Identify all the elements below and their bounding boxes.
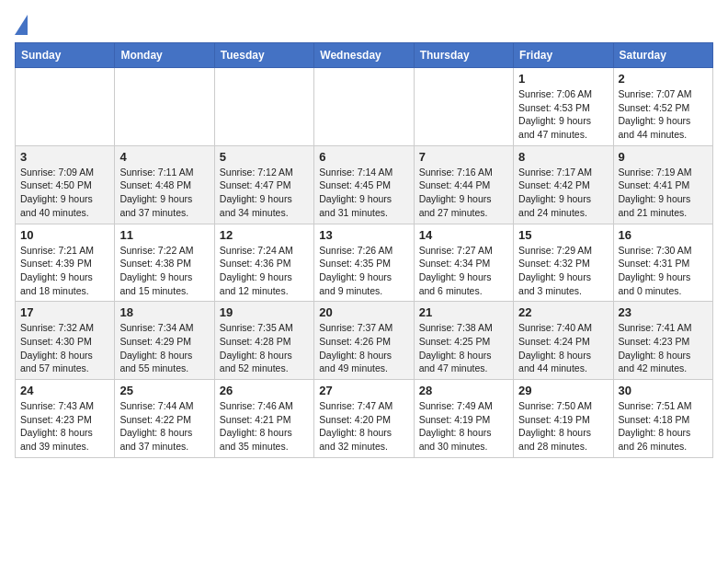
day-info: Sunrise: 7:16 AM Sunset: 4:44 PM Dayligh… xyxy=(419,166,508,220)
day-number: 27 xyxy=(319,384,408,397)
day-number: 15 xyxy=(518,228,608,242)
calendar-cell: 21Sunrise: 7:38 AM Sunset: 4:25 PM Dayli… xyxy=(414,302,513,380)
day-number: 22 xyxy=(518,305,608,319)
day-info: Sunrise: 7:22 AM Sunset: 4:38 PM Dayligh… xyxy=(119,244,209,298)
day-number: 20 xyxy=(319,305,408,319)
day-number: 7 xyxy=(419,150,508,164)
weekday-header-thursday: Thursday xyxy=(414,43,513,68)
calendar-cell: 8Sunrise: 7:17 AM Sunset: 4:42 PM Daylig… xyxy=(514,145,613,224)
weekday-header-sunday: Sunday xyxy=(16,43,115,68)
calendar-cell: 30Sunrise: 7:51 AM Sunset: 4:18 PM Dayli… xyxy=(613,380,712,458)
day-info: Sunrise: 7:47 AM Sunset: 4:20 PM Dayligh… xyxy=(319,399,408,454)
calendar-cell: 3Sunrise: 7:09 AM Sunset: 4:50 PM Daylig… xyxy=(16,145,115,224)
calendar-header-row: SundayMondayTuesdayWednesdayThursdayFrid… xyxy=(16,43,713,68)
day-number: 5 xyxy=(220,150,309,164)
day-number: 1 xyxy=(518,72,608,86)
day-info: Sunrise: 7:29 AM Sunset: 4:32 PM Dayligh… xyxy=(518,244,608,298)
day-info: Sunrise: 7:17 AM Sunset: 4:42 PM Dayligh… xyxy=(518,166,608,220)
calendar-cell: 23Sunrise: 7:41 AM Sunset: 4:23 PM Dayli… xyxy=(613,302,712,380)
calendar-cell xyxy=(115,68,214,146)
day-number: 30 xyxy=(619,384,708,397)
weekday-header-friday: Friday xyxy=(514,43,613,68)
calendar-cell xyxy=(16,68,115,146)
day-number: 3 xyxy=(20,150,109,164)
calendar-cell: 27Sunrise: 7:47 AM Sunset: 4:20 PM Dayli… xyxy=(314,380,414,458)
calendar-cell: 7Sunrise: 7:16 AM Sunset: 4:44 PM Daylig… xyxy=(414,145,513,224)
calendar-cell: 15Sunrise: 7:29 AM Sunset: 4:32 PM Dayli… xyxy=(514,224,613,302)
day-number: 11 xyxy=(119,228,209,242)
weekday-header-wednesday: Wednesday xyxy=(314,43,414,68)
calendar-cell: 16Sunrise: 7:30 AM Sunset: 4:31 PM Dayli… xyxy=(613,224,712,302)
calendar-cell xyxy=(414,68,513,146)
day-number: 12 xyxy=(220,228,309,242)
calendar-table: SundayMondayTuesdayWednesdayThursdayFrid… xyxy=(15,42,713,458)
day-info: Sunrise: 7:27 AM Sunset: 4:34 PM Dayligh… xyxy=(419,244,508,298)
day-number: 9 xyxy=(619,150,708,164)
day-info: Sunrise: 7:11 AM Sunset: 4:48 PM Dayligh… xyxy=(119,166,209,220)
day-number: 25 xyxy=(119,384,209,397)
calendar-cell: 20Sunrise: 7:37 AM Sunset: 4:26 PM Dayli… xyxy=(314,302,414,380)
calendar-cell: 11Sunrise: 7:22 AM Sunset: 4:38 PM Dayli… xyxy=(115,224,214,302)
calendar-cell xyxy=(314,68,414,146)
day-number: 28 xyxy=(419,384,508,397)
calendar-cell: 2Sunrise: 7:07 AM Sunset: 4:52 PM Daylig… xyxy=(613,68,712,146)
calendar-week-1: 1Sunrise: 7:06 AM Sunset: 4:53 PM Daylig… xyxy=(16,68,713,146)
calendar-cell: 26Sunrise: 7:46 AM Sunset: 4:21 PM Dayli… xyxy=(214,380,313,458)
calendar-cell: 4Sunrise: 7:11 AM Sunset: 4:48 PM Daylig… xyxy=(115,145,214,224)
logo-icon xyxy=(15,15,28,35)
day-info: Sunrise: 7:40 AM Sunset: 4:24 PM Dayligh… xyxy=(518,321,608,375)
day-info: Sunrise: 7:12 AM Sunset: 4:47 PM Dayligh… xyxy=(220,166,309,220)
day-info: Sunrise: 7:21 AM Sunset: 4:39 PM Dayligh… xyxy=(20,244,109,298)
day-number: 6 xyxy=(319,150,408,164)
day-number: 24 xyxy=(20,384,109,397)
day-number: 17 xyxy=(20,305,109,319)
day-info: Sunrise: 7:37 AM Sunset: 4:26 PM Dayligh… xyxy=(319,321,408,375)
day-info: Sunrise: 7:30 AM Sunset: 4:31 PM Dayligh… xyxy=(619,244,708,298)
calendar-cell: 25Sunrise: 7:44 AM Sunset: 4:22 PM Dayli… xyxy=(115,380,214,458)
calendar-week-3: 10Sunrise: 7:21 AM Sunset: 4:39 PM Dayli… xyxy=(16,224,713,302)
day-number: 29 xyxy=(518,384,608,397)
day-info: Sunrise: 7:49 AM Sunset: 4:19 PM Dayligh… xyxy=(419,399,508,454)
day-number: 23 xyxy=(619,305,708,319)
day-info: Sunrise: 7:09 AM Sunset: 4:50 PM Dayligh… xyxy=(20,166,109,220)
calendar-week-2: 3Sunrise: 7:09 AM Sunset: 4:50 PM Daylig… xyxy=(16,145,713,224)
calendar-cell: 28Sunrise: 7:49 AM Sunset: 4:19 PM Dayli… xyxy=(414,380,513,458)
day-info: Sunrise: 7:38 AM Sunset: 4:25 PM Dayligh… xyxy=(419,321,508,375)
calendar-cell: 10Sunrise: 7:21 AM Sunset: 4:39 PM Dayli… xyxy=(16,224,115,302)
day-info: Sunrise: 7:26 AM Sunset: 4:35 PM Dayligh… xyxy=(319,244,408,298)
calendar-cell: 14Sunrise: 7:27 AM Sunset: 4:34 PM Dayli… xyxy=(414,224,513,302)
day-info: Sunrise: 7:32 AM Sunset: 4:30 PM Dayligh… xyxy=(20,321,109,375)
day-number: 19 xyxy=(220,305,309,319)
day-number: 16 xyxy=(619,228,708,242)
calendar-cell xyxy=(214,68,313,146)
day-info: Sunrise: 7:51 AM Sunset: 4:18 PM Dayligh… xyxy=(619,399,708,454)
calendar-cell: 13Sunrise: 7:26 AM Sunset: 4:35 PM Dayli… xyxy=(314,224,414,302)
calendar-cell: 12Sunrise: 7:24 AM Sunset: 4:36 PM Dayli… xyxy=(214,224,313,302)
weekday-header-tuesday: Tuesday xyxy=(214,43,313,68)
day-info: Sunrise: 7:50 AM Sunset: 4:19 PM Dayligh… xyxy=(518,399,608,454)
day-info: Sunrise: 7:34 AM Sunset: 4:29 PM Dayligh… xyxy=(119,321,209,375)
day-info: Sunrise: 7:35 AM Sunset: 4:28 PM Dayligh… xyxy=(220,321,309,375)
day-info: Sunrise: 7:07 AM Sunset: 4:52 PM Dayligh… xyxy=(619,87,708,142)
calendar-cell: 19Sunrise: 7:35 AM Sunset: 4:28 PM Dayli… xyxy=(214,302,313,380)
day-number: 4 xyxy=(119,150,209,164)
day-info: Sunrise: 7:06 AM Sunset: 4:53 PM Dayligh… xyxy=(518,87,608,142)
calendar-week-4: 17Sunrise: 7:32 AM Sunset: 4:30 PM Dayli… xyxy=(16,302,713,380)
day-info: Sunrise: 7:41 AM Sunset: 4:23 PM Dayligh… xyxy=(619,321,708,375)
calendar-cell: 9Sunrise: 7:19 AM Sunset: 4:41 PM Daylig… xyxy=(613,145,712,224)
logo xyxy=(15,15,31,35)
calendar-cell: 18Sunrise: 7:34 AM Sunset: 4:29 PM Dayli… xyxy=(115,302,214,380)
day-info: Sunrise: 7:19 AM Sunset: 4:41 PM Dayligh… xyxy=(619,166,708,220)
calendar-cell: 24Sunrise: 7:43 AM Sunset: 4:23 PM Dayli… xyxy=(16,380,115,458)
calendar-cell: 22Sunrise: 7:40 AM Sunset: 4:24 PM Dayli… xyxy=(514,302,613,380)
day-number: 8 xyxy=(518,150,608,164)
weekday-header-saturday: Saturday xyxy=(613,43,712,68)
day-info: Sunrise: 7:24 AM Sunset: 4:36 PM Dayligh… xyxy=(220,244,309,298)
day-number: 10 xyxy=(20,228,109,242)
day-number: 18 xyxy=(119,305,209,319)
day-info: Sunrise: 7:46 AM Sunset: 4:21 PM Dayligh… xyxy=(220,399,309,454)
calendar-cell: 6Sunrise: 7:14 AM Sunset: 4:45 PM Daylig… xyxy=(314,145,414,224)
calendar-cell: 29Sunrise: 7:50 AM Sunset: 4:19 PM Dayli… xyxy=(514,380,613,458)
page-header xyxy=(15,15,713,35)
day-info: Sunrise: 7:43 AM Sunset: 4:23 PM Dayligh… xyxy=(20,399,109,454)
